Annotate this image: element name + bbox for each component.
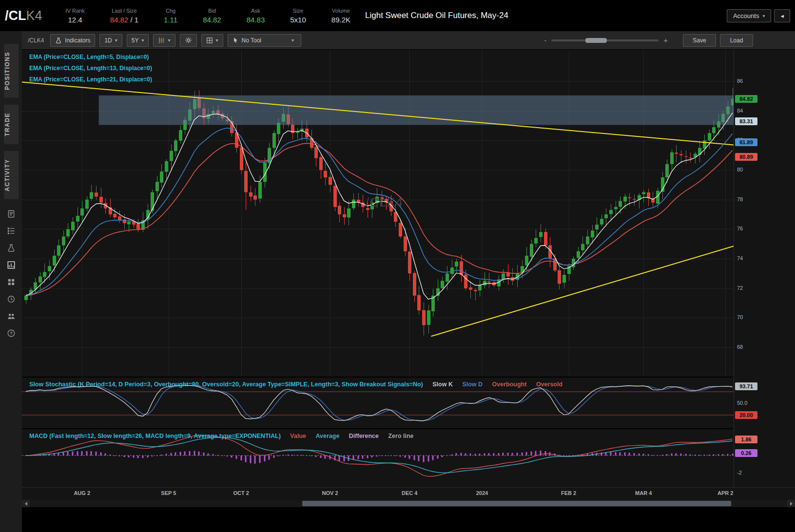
time-axis-label: AUG 2	[65, 490, 99, 496]
time-axis-label: DEC 4	[392, 490, 427, 496]
chart-symbol-label: /CLK4	[28, 37, 44, 44]
price-tick-label: 84	[737, 108, 743, 114]
beaker-icon[interactable]	[7, 244, 16, 252]
sidebar-tab-trade[interactable]: TRADE	[4, 105, 19, 144]
chevron-down-icon: ▾	[141, 38, 144, 43]
quote-fields: IV Rank 12.4 Last / Size 84.82 / 1 Chg 1…	[66, 8, 350, 24]
study-labels: EMA (Price=CLOSE, Length=5, Displace=0) …	[29, 54, 152, 87]
zoom-slider-thumb[interactable]	[585, 38, 607, 43]
contract-title: Light Sweet Crude Oil Futures, May-24	[365, 11, 508, 20]
gear-icon	[185, 37, 192, 44]
symbol-title: /CLK4	[5, 8, 42, 23]
time-axis-label: FEB 2	[552, 490, 586, 496]
pane-divider[interactable]	[22, 377, 795, 378]
zoom-control: - +	[544, 36, 668, 44]
time-axis-label: OCT 2	[224, 490, 258, 496]
drawing-tool-dropdown[interactable]: No Tool ▾	[228, 34, 302, 47]
compare-grid-dropdown[interactable]: ▾	[201, 34, 223, 47]
zoom-out-button[interactable]: -	[544, 36, 546, 44]
field-last-size: Last / Size 84.82 / 1	[110, 8, 138, 24]
chart-toolbar: /CLK4 Indicators 1D▾ 5Y▾ ▾ ▾ No Tool ▾ -	[22, 31, 795, 50]
chevron-left-icon: ◂	[780, 12, 784, 19]
price-axis[interactable]: 8684828078767472706850.0-284.8283.3181.8…	[734, 50, 795, 487]
chart-panel: /CLK4 Indicators 1D▾ 5Y▾ ▾ ▾ No Tool ▾ -	[22, 31, 795, 532]
field-chg: Chg 1.11	[164, 8, 177, 24]
sidebar-tab-activity[interactable]: ACTIVITY	[4, 151, 19, 199]
chevron-down-icon: ▾	[168, 38, 170, 43]
load-button[interactable]: Load	[720, 34, 753, 47]
chart-icon[interactable]	[7, 261, 16, 269]
time-axis-label: SEP 5	[152, 490, 186, 496]
clock-icon[interactable]	[7, 295, 16, 304]
ema13-label[interactable]: EMA (Price=CLOSE, Length=13, Displace=0)	[29, 65, 152, 72]
sidebar-tab-positions[interactable]: POSITIONS	[4, 44, 19, 98]
help-icon[interactable]: ?	[7, 329, 16, 338]
time-axis-label: MAR 4	[626, 490, 660, 496]
price-bubble: 83.31	[735, 117, 757, 125]
report-icon[interactable]	[7, 209, 16, 218]
indicators-button[interactable]: Indicators	[50, 34, 95, 47]
cursor-icon	[233, 37, 239, 43]
stochastic-study-label[interactable]: Slow Stochastic (K Period=14, D Period=3…	[29, 381, 423, 388]
accounts-dropdown[interactable]: Accounts▾	[727, 9, 772, 22]
chart-style-dropdown[interactable]: ▾	[153, 34, 175, 47]
field-volume: Volume 89.2K	[331, 8, 350, 24]
price-tick-label: 80	[737, 167, 743, 172]
contacts-icon[interactable]	[7, 312, 16, 321]
price-tick-label: 78	[737, 196, 743, 202]
svg-text:?: ?	[10, 331, 13, 336]
left-sidebar: POSITIONS TRADE ACTIVITY ?	[0, 31, 22, 532]
macd-bubble: 0.26	[735, 449, 757, 457]
stoch-mid-label: 50.0	[737, 400, 747, 406]
stoch-bubble: 20.00	[735, 411, 757, 419]
ema21-label[interactable]: EMA (Price=CLOSE, Length=21, Displace=0)	[29, 76, 152, 83]
timeframe-dropdown[interactable]: 1D▾	[99, 34, 122, 47]
zoom-in-button[interactable]: +	[663, 36, 668, 44]
symbol-watermark: /CLK4	[366, 195, 403, 210]
time-axis-label: 2024	[465, 490, 499, 496]
stoch-bubble: 93.71	[735, 382, 757, 390]
time-axis-label: NOV 2	[313, 490, 347, 496]
pane-divider[interactable]	[22, 428, 795, 429]
beaker-icon	[55, 37, 62, 44]
field-iv-rank: IV Rank 12.4	[66, 8, 85, 24]
price-tick-label: 74	[737, 255, 743, 261]
chevron-down-icon: ▾	[762, 13, 765, 19]
candlestick-icon	[158, 37, 165, 44]
chevron-down-icon: ▾	[216, 38, 218, 43]
ema5-label[interactable]: EMA (Price=CLOSE, Length=5, Displace=0)	[29, 54, 152, 60]
field-bid: Bid 84.82	[203, 8, 221, 24]
price-tick-label: 72	[737, 285, 743, 291]
collapse-panel-button[interactable]: ◂	[774, 9, 790, 22]
scroll-left-button[interactable]	[22, 500, 30, 507]
field-size: Size 5x10	[290, 8, 306, 24]
macd-study-label[interactable]: MACD (Fast length=12, Slow length=26, MA…	[29, 433, 281, 439]
price-tick-label: 76	[737, 226, 743, 231]
chart-settings-button[interactable]	[180, 34, 197, 47]
price-tick-label: 86	[737, 78, 743, 84]
horizontal-scrollbar[interactable]	[22, 500, 795, 507]
panel-grid-icon	[206, 37, 213, 44]
macd-bubble: 1.86	[735, 436, 757, 443]
price-chart-canvas[interactable]	[22, 50, 734, 377]
price-tick-label: 70	[737, 314, 743, 320]
zoom-slider[interactable]	[551, 39, 659, 41]
chevron-down-icon: ▾	[291, 38, 294, 43]
price-tick-label: 68	[737, 344, 743, 350]
chevron-down-icon: ▾	[115, 38, 117, 43]
field-ask: Ask 84.83	[247, 8, 265, 24]
stochastic-title: Slow Stochastic (K Period=14, D Period=3…	[29, 381, 562, 388]
ledger-icon[interactable]	[7, 227, 16, 235]
quote-header: /CLK4 IV Rank 12.4 Last / Size 84.82 / 1…	[0, 0, 795, 31]
save-button[interactable]: Save	[683, 34, 716, 47]
price-bubble: 81.89	[735, 138, 757, 146]
macd-tick-label: -2	[737, 470, 742, 475]
range-dropdown[interactable]: 5Y▾	[127, 34, 149, 47]
scroll-right-button[interactable]	[787, 500, 795, 507]
chart-area: EMA (Price=CLOSE, Length=5, Displace=0) …	[22, 50, 795, 532]
time-axis[interactable]: AUG 2SEP 5OCT 2NOV 2DEC 42024FEB 2MAR 4A…	[22, 487, 795, 499]
bottom-filler	[22, 507, 795, 532]
grid-icon[interactable]	[7, 278, 16, 286]
macd-title: MACD (Fast length=12, Slow length=26, MA…	[29, 433, 414, 439]
scrollbar-thumb[interactable]	[302, 501, 731, 506]
